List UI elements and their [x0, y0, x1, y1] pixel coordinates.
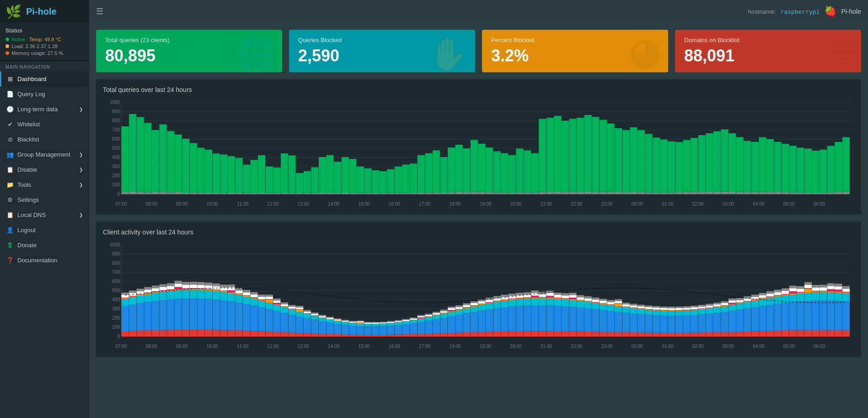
- sidebar-item-label: Blacklist: [17, 136, 39, 143]
- dashboard-icon: ⊞: [6, 76, 14, 82]
- stat-bg-list-icon: ≡: [833, 33, 854, 70]
- total-queries-chart-title: Total queries over last 24 hours: [103, 86, 854, 93]
- settings-icon: ⚙: [6, 196, 14, 203]
- sidebar-item-label: Dashboard: [17, 76, 47, 82]
- nav-section-label: MAIN NAVIGATION: [0, 61, 89, 71]
- content-area: Total queries (23 clients) 80,895 🌐 Quer…: [89, 23, 868, 418]
- client-activity-chart-area: [103, 240, 854, 350]
- stat-label-domains: Domains on Blocklist: [684, 37, 739, 43]
- stat-card-percent-blocked: Percent Blocked 3.2% ◕: [482, 30, 668, 72]
- sidebar-item-label: Documentation: [17, 257, 57, 264]
- sidebar-item-blacklist[interactable]: ⊘ Blacklist: [0, 132, 89, 147]
- sidebar-item-local-dns[interactable]: 📋 Local DNS ❯: [0, 207, 89, 223]
- total-queries-chart-area: [103, 98, 854, 208]
- local-dns-icon: 📋: [6, 212, 14, 218]
- sidebar-item-label: Logout: [17, 227, 36, 233]
- client-activity-chart-title: Client activity over last 24 hours: [103, 228, 854, 236]
- documentation-icon: ❓: [6, 257, 14, 264]
- load-dot: [5, 44, 9, 48]
- stat-card-queries-blocked: Queries Blocked 2,590 ✋: [289, 30, 475, 72]
- query-chart-canvas: [103, 98, 854, 208]
- stat-label-blocked: Queries Blocked: [298, 37, 342, 43]
- disable-icon: 📋: [6, 166, 14, 173]
- chevron-icon: ❯: [79, 107, 83, 112]
- client-activity-chart-box: Client activity over last 24 hours: [96, 222, 861, 357]
- stat-value-blocked: 2,590: [298, 46, 342, 65]
- stat-label-percent: Percent Blocked: [491, 37, 535, 43]
- query-log-icon: 📄: [6, 91, 14, 98]
- blacklist-icon: ⊘: [6, 136, 14, 143]
- app-name: Pi-hole: [841, 8, 861, 15]
- status-box: Status Active Temp: 49.9 °C Load: 2.36 2…: [0, 23, 89, 61]
- stat-bg-hand-icon: ✋: [429, 38, 468, 70]
- stat-label-total: Total queries (23 clients): [105, 37, 170, 43]
- sidebar-item-long-term[interactable]: 🕐 Long-term data ❯: [0, 102, 89, 117]
- chevron-icon: ❯: [79, 182, 83, 187]
- memory-label: Memory usage: 27.5 %: [11, 50, 63, 56]
- active-label: Active: [11, 37, 25, 42]
- sidebar-item-dashboard[interactable]: ⊞ Dashboard: [0, 71, 89, 87]
- load-label: Load: 2.36 2.37 1.28: [11, 43, 58, 49]
- main-area: ☰ hostname: raspberrypi 🍓 Pi-hole Total …: [89, 0, 868, 418]
- pi-logo-icon: 🍓: [824, 5, 836, 17]
- chevron-icon: ❯: [79, 152, 83, 157]
- chevron-icon: ❯: [79, 167, 83, 172]
- stat-card-domains-blocklist: Domains on Blocklist 88,091 ≡: [675, 30, 861, 72]
- stat-value-domains: 88,091: [684, 46, 739, 65]
- long-term-icon: 🕐: [6, 106, 14, 113]
- sidebar-item-query-log[interactable]: 📄 Query Log: [0, 87, 89, 102]
- whitelist-icon: ✔: [6, 121, 14, 128]
- hostname-value: raspberrypi: [780, 8, 820, 15]
- sidebar: 🌿 Pi-hole Status Active Temp: 49.9 °C Lo…: [0, 0, 89, 418]
- sidebar-item-tools[interactable]: 📁 Tools ❯: [0, 177, 89, 192]
- stat-bg-pie-icon: ◕: [629, 33, 661, 70]
- hostname-label: hostname:: [748, 8, 776, 15]
- topbar: ☰ hostname: raspberrypi 🍓 Pi-hole: [89, 0, 868, 23]
- active-dot: [5, 38, 9, 41]
- sidebar-item-logout[interactable]: 👤 Logout: [0, 223, 89, 238]
- stat-bg-globe-icon: 🌐: [236, 38, 275, 70]
- chevron-icon: ❯: [79, 212, 83, 217]
- sidebar-item-label: Whitelist: [17, 121, 40, 128]
- sidebar-item-label: Local DNS: [17, 212, 46, 218]
- sidebar-item-label: Query Log: [17, 91, 45, 98]
- sidebar-item-label: Donate: [17, 242, 37, 249]
- stats-row: Total queries (23 clients) 80,895 🌐 Quer…: [96, 30, 861, 72]
- donate-icon: 💲: [6, 242, 14, 249]
- sidebar-item-donate[interactable]: 💲 Donate: [0, 238, 89, 253]
- tools-icon: 📁: [6, 181, 14, 188]
- sidebar-item-label: Group Management: [17, 151, 70, 158]
- logout-icon: 👤: [6, 227, 14, 233]
- logo-icon: 🌿: [5, 4, 21, 19]
- temp-label: Temp: 49.9 °C: [29, 37, 61, 42]
- group-mgmt-icon: 👥: [6, 151, 14, 158]
- total-queries-chart-box: Total queries over last 24 hours: [96, 79, 861, 215]
- sidebar-header: 🌿 Pi-hole: [0, 0, 89, 23]
- client-chart-canvas: [103, 240, 854, 350]
- sidebar-item-label: Long-term data: [17, 106, 58, 113]
- sidebar-item-documentation[interactable]: ❓ Documentation: [0, 253, 89, 268]
- sidebar-item-settings[interactable]: ⚙ Settings: [0, 192, 89, 207]
- stat-value-total: 80,895: [105, 46, 170, 65]
- sidebar-item-disable[interactable]: 📋 Disable ❯: [0, 162, 89, 177]
- menu-toggle-icon[interactable]: ☰: [96, 6, 103, 16]
- status-label: Status: [5, 27, 84, 34]
- memory-dot: [5, 51, 9, 55]
- stat-card-total-queries: Total queries (23 clients) 80,895 🌐: [96, 30, 282, 72]
- sidebar-item-label: Disable: [17, 166, 37, 173]
- sidebar-item-whitelist[interactable]: ✔ Whitelist: [0, 117, 89, 132]
- sidebar-title: Pi-hole: [26, 6, 57, 17]
- stat-value-percent: 3.2%: [491, 46, 535, 65]
- sidebar-item-label: Tools: [17, 181, 31, 188]
- sidebar-item-group-management[interactable]: 👥 Group Management ❯: [0, 147, 89, 162]
- sidebar-item-label: Settings: [17, 196, 39, 203]
